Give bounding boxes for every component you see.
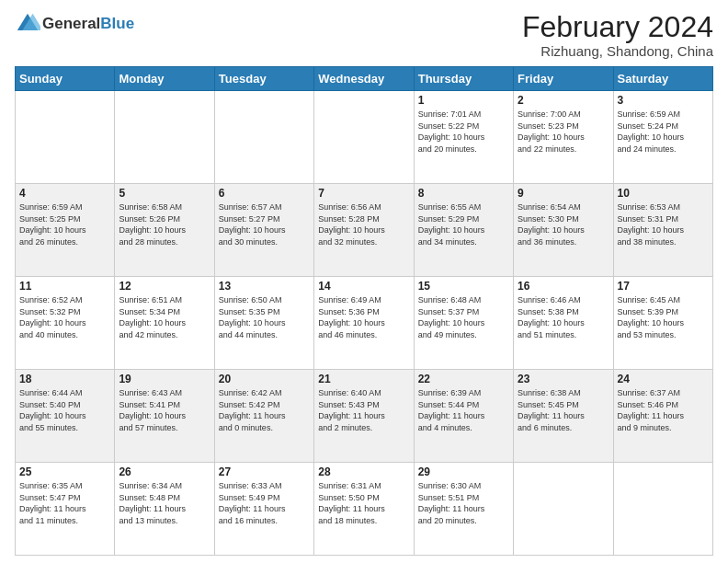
day-info: Sunrise: 6:39 AM Sunset: 5:44 PM Dayligh…: [418, 387, 509, 433]
day-info: Sunrise: 6:48 AM Sunset: 5:37 PM Dayligh…: [418, 294, 509, 340]
day-number: 26: [119, 465, 210, 478]
logo-icon: [15, 11, 40, 37]
header: GeneralBlue February 2024 Rizhuang, Shan…: [15, 11, 713, 59]
day-info: Sunrise: 6:51 AM Sunset: 5:34 PM Dayligh…: [119, 294, 210, 340]
day-info: Sunrise: 6:30 AM Sunset: 5:51 PM Dayligh…: [418, 480, 509, 526]
logo-blue: Blue: [100, 15, 134, 32]
day-number: 19: [119, 373, 210, 385]
day-number: 4: [19, 187, 110, 200]
calendar-cell: [115, 91, 214, 184]
day-info: Sunrise: 6:49 AM Sunset: 5:36 PM Dayligh…: [318, 294, 409, 340]
calendar-cell: 2Sunrise: 7:00 AM Sunset: 5:23 PM Daylig…: [514, 91, 613, 184]
calendar-cell: 26Sunrise: 6:34 AM Sunset: 5:48 PM Dayli…: [115, 463, 214, 556]
calendar-cell: 9Sunrise: 6:54 AM Sunset: 5:30 PM Daylig…: [514, 184, 613, 277]
day-number: 18: [19, 373, 110, 385]
day-number: 17: [618, 280, 709, 293]
day-info: Sunrise: 6:45 AM Sunset: 5:39 PM Dayligh…: [618, 294, 709, 340]
calendar-cell: [214, 91, 313, 184]
calendar-week-row: 4Sunrise: 6:59 AM Sunset: 5:25 PM Daylig…: [16, 184, 713, 277]
day-info: Sunrise: 6:40 AM Sunset: 5:43 PM Dayligh…: [318, 387, 409, 433]
day-number: 8: [418, 187, 509, 200]
calendar-cell: 3Sunrise: 6:59 AM Sunset: 5:24 PM Daylig…: [613, 91, 712, 184]
day-info: Sunrise: 6:31 AM Sunset: 5:50 PM Dayligh…: [318, 480, 409, 526]
calendar-cell: 15Sunrise: 6:48 AM Sunset: 5:37 PM Dayli…: [414, 277, 513, 370]
calendar-cell: 20Sunrise: 6:42 AM Sunset: 5:42 PM Dayli…: [214, 370, 313, 463]
day-number: 15: [418, 280, 509, 293]
calendar-cell: 1Sunrise: 7:01 AM Sunset: 5:22 PM Daylig…: [414, 91, 513, 184]
day-number: 11: [19, 280, 110, 293]
calendar-week-row: 11Sunrise: 6:52 AM Sunset: 5:32 PM Dayli…: [16, 277, 713, 370]
day-info: Sunrise: 6:44 AM Sunset: 5:40 PM Dayligh…: [19, 387, 110, 433]
calendar-cell: 28Sunrise: 6:31 AM Sunset: 5:50 PM Dayli…: [314, 463, 414, 556]
page: GeneralBlue February 2024 Rizhuang, Shan…: [0, 0, 728, 563]
calendar-cell: 10Sunrise: 6:53 AM Sunset: 5:31 PM Dayli…: [613, 184, 712, 277]
col-sunday: Sunday: [16, 67, 115, 91]
calendar-cell: 19Sunrise: 6:43 AM Sunset: 5:41 PM Dayli…: [115, 370, 214, 463]
calendar-week-row: 25Sunrise: 6:35 AM Sunset: 5:47 PM Dayli…: [16, 463, 713, 556]
calendar-cell: 6Sunrise: 6:57 AM Sunset: 5:27 PM Daylig…: [214, 184, 313, 277]
calendar-cell: 14Sunrise: 6:49 AM Sunset: 5:36 PM Dayli…: [314, 277, 414, 370]
day-number: 1: [418, 94, 509, 107]
day-info: Sunrise: 6:59 AM Sunset: 5:25 PM Dayligh…: [19, 201, 110, 247]
day-info: Sunrise: 6:57 AM Sunset: 5:27 PM Dayligh…: [219, 201, 310, 247]
calendar-cell: 12Sunrise: 6:51 AM Sunset: 5:34 PM Dayli…: [115, 277, 214, 370]
day-number: 28: [318, 465, 409, 478]
day-info: Sunrise: 6:35 AM Sunset: 5:47 PM Dayligh…: [19, 480, 110, 526]
day-info: Sunrise: 7:01 AM Sunset: 5:22 PM Dayligh…: [418, 109, 509, 155]
day-info: Sunrise: 6:52 AM Sunset: 5:32 PM Dayligh…: [19, 294, 110, 340]
calendar-cell: 23Sunrise: 6:38 AM Sunset: 5:45 PM Dayli…: [514, 370, 613, 463]
col-wednesday: Wednesday: [314, 67, 414, 91]
day-number: 2: [518, 94, 609, 107]
col-tuesday: Tuesday: [214, 67, 313, 91]
calendar-cell: 17Sunrise: 6:45 AM Sunset: 5:39 PM Dayli…: [613, 277, 712, 370]
day-number: 24: [618, 373, 709, 385]
day-number: 5: [119, 187, 210, 200]
calendar-cell: 29Sunrise: 6:30 AM Sunset: 5:51 PM Dayli…: [414, 463, 513, 556]
month-title: February 2024: [522, 11, 713, 43]
calendar-cell: 4Sunrise: 6:59 AM Sunset: 5:25 PM Daylig…: [16, 184, 115, 277]
col-thursday: Thursday: [414, 67, 513, 91]
calendar-cell: 13Sunrise: 6:50 AM Sunset: 5:35 PM Dayli…: [214, 277, 313, 370]
col-monday: Monday: [115, 67, 214, 91]
calendar-header-row: Sunday Monday Tuesday Wednesday Thursday…: [16, 67, 713, 91]
day-number: 3: [618, 94, 709, 107]
day-number: 22: [418, 373, 509, 385]
day-number: 21: [318, 373, 409, 385]
day-info: Sunrise: 6:42 AM Sunset: 5:42 PM Dayligh…: [219, 387, 310, 433]
day-number: 16: [518, 280, 609, 293]
calendar-cell: [314, 91, 414, 184]
calendar-cell: 25Sunrise: 6:35 AM Sunset: 5:47 PM Dayli…: [16, 463, 115, 556]
day-info: Sunrise: 6:33 AM Sunset: 5:49 PM Dayligh…: [219, 480, 310, 526]
day-info: Sunrise: 6:53 AM Sunset: 5:31 PM Dayligh…: [618, 201, 709, 247]
day-number: 27: [219, 465, 310, 478]
day-info: Sunrise: 6:46 AM Sunset: 5:38 PM Dayligh…: [518, 294, 609, 340]
day-info: Sunrise: 6:55 AM Sunset: 5:29 PM Dayligh…: [418, 201, 509, 247]
calendar-cell: 22Sunrise: 6:39 AM Sunset: 5:44 PM Dayli…: [414, 370, 513, 463]
day-number: 20: [219, 373, 310, 385]
col-friday: Friday: [514, 67, 613, 91]
day-info: Sunrise: 6:56 AM Sunset: 5:28 PM Dayligh…: [318, 201, 409, 247]
calendar-table: Sunday Monday Tuesday Wednesday Thursday…: [15, 66, 713, 556]
day-info: Sunrise: 6:58 AM Sunset: 5:26 PM Dayligh…: [119, 201, 210, 247]
calendar-cell: 24Sunrise: 6:37 AM Sunset: 5:46 PM Dayli…: [613, 370, 712, 463]
calendar-cell: [613, 463, 712, 556]
day-info: Sunrise: 6:38 AM Sunset: 5:45 PM Dayligh…: [518, 387, 609, 433]
day-info: Sunrise: 6:34 AM Sunset: 5:48 PM Dayligh…: [119, 480, 210, 526]
day-info: Sunrise: 6:50 AM Sunset: 5:35 PM Dayligh…: [219, 294, 310, 340]
day-number: 25: [19, 465, 110, 478]
calendar-cell: 21Sunrise: 6:40 AM Sunset: 5:43 PM Dayli…: [314, 370, 414, 463]
title-section: February 2024 Rizhuang, Shandong, China: [522, 11, 713, 59]
day-number: 29: [418, 465, 509, 478]
calendar-cell: 27Sunrise: 6:33 AM Sunset: 5:49 PM Dayli…: [214, 463, 313, 556]
calendar-cell: 11Sunrise: 6:52 AM Sunset: 5:32 PM Dayli…: [16, 277, 115, 370]
day-number: 12: [119, 280, 210, 293]
calendar-week-row: 18Sunrise: 6:44 AM Sunset: 5:40 PM Dayli…: [16, 370, 713, 463]
calendar-cell: 8Sunrise: 6:55 AM Sunset: 5:29 PM Daylig…: [414, 184, 513, 277]
day-number: 14: [318, 280, 409, 293]
logo-general: General: [42, 15, 100, 32]
day-number: 7: [318, 187, 409, 200]
day-info: Sunrise: 6:43 AM Sunset: 5:41 PM Dayligh…: [119, 387, 210, 433]
day-info: Sunrise: 6:37 AM Sunset: 5:46 PM Dayligh…: [618, 387, 709, 433]
day-number: 10: [618, 187, 709, 200]
day-number: 9: [518, 187, 609, 200]
